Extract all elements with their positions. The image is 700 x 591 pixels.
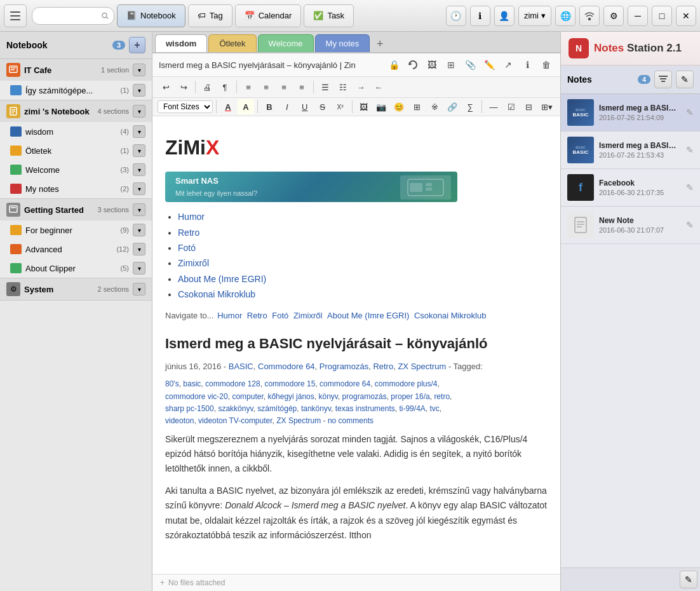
ol-button[interactable]: ☷ — [335, 79, 351, 95]
note-card-1[interactable]: BASIC BASIC Ismerd meg a BASIC ny... 201… — [561, 94, 700, 132]
link-button[interactable]: 🔗 — [444, 99, 461, 114]
tab-add-button[interactable]: + — [371, 36, 389, 52]
cat-retro[interactable]: Retro — [373, 362, 393, 371]
tag-programozas[interactable]: programozás — [342, 392, 387, 401]
nav-zimixrol[interactable]: Zimixről — [293, 311, 323, 320]
cat-programozas[interactable]: Programozás — [320, 362, 368, 371]
igy-expand[interactable]: ▾ — [133, 84, 145, 97]
delete-icon[interactable]: 🗑 — [539, 57, 554, 72]
otletek-expand[interactable]: ▾ — [133, 144, 145, 157]
share-icon[interactable]: ↗ — [501, 57, 516, 72]
nav-csokonai[interactable]: Csokonai Mikroklub — [414, 311, 486, 320]
tag-konyv[interactable]: könyv — [318, 392, 337, 401]
print-button[interactable]: 🖨 — [199, 79, 215, 95]
wifi-button[interactable] — [579, 6, 600, 26]
wisdom-expand[interactable]: ▾ — [133, 125, 145, 138]
tab-wisdom[interactable]: wisdom — [155, 34, 207, 52]
tag-vtv[interactable]: videoton TV-computer — [198, 416, 273, 425]
superscript-button[interactable]: X² — [332, 99, 349, 114]
section-item-igy[interactable]: Így számítógépe... (1) ▾ — [0, 81, 152, 100]
section-group-header-it-cafe[interactable]: IT Cafe 1 section ▾ — [0, 59, 152, 81]
italic-button[interactable]: I — [279, 99, 295, 114]
foto-link[interactable]: Fotó — [178, 243, 196, 253]
note-card-4[interactable]: New Note 2016-06-30 21:07:07 ✎ — [561, 207, 700, 244]
nav-retro[interactable]: Retro — [247, 311, 267, 320]
zimixrol-link[interactable]: Zimixről — [178, 258, 209, 268]
outdent-button[interactable]: ← — [370, 79, 387, 95]
special-button[interactable]: ※ — [426, 99, 443, 114]
section-item-about-clipper[interactable]: About Clipper (5) ▾ — [0, 259, 152, 278]
section-item-mynotes[interactable]: My notes (2) ▾ — [0, 179, 152, 198]
undo-button[interactable]: ↩ — [158, 79, 174, 95]
section-group-header-zimis[interactable]: zimi 's Notebook 4 sections ▾ — [0, 100, 152, 122]
csokonai-link[interactable]: Csokonai Mikroklub — [178, 289, 255, 299]
emoji-button[interactable]: 😊 — [391, 99, 407, 114]
lock-icon[interactable]: 🔒 — [386, 57, 401, 72]
grid-icon[interactable]: ⊞ — [443, 57, 459, 72]
image-icon[interactable]: 🖼 — [424, 57, 440, 72]
for-beginner-expand[interactable]: ▾ — [133, 224, 145, 236]
note-card-2[interactable]: BASIC BASIC Ismerd meg a BASIC nye... 20… — [561, 132, 700, 169]
tag-szamitogep[interactable]: számítógép — [257, 404, 297, 413]
align-justify-button[interactable]: ≡ — [293, 79, 310, 95]
tag-ti[interactable]: texas instruments — [335, 404, 395, 413]
tag-zxspectrum[interactable]: ZX Spectrum — [276, 416, 321, 425]
align-center-button[interactable]: ≡ — [258, 79, 274, 95]
tag-basic[interactable]: basic — [183, 379, 201, 388]
nav-humor[interactable]: Humor — [217, 311, 242, 320]
it-cafe-expand[interactable]: ▾ — [133, 64, 145, 76]
section-item-wisdom[interactable]: wisdom (4) ▾ — [0, 122, 152, 141]
align-left-button[interactable]: ≡ — [240, 79, 257, 95]
search-box[interactable] — [32, 7, 114, 25]
sidebar-toggle-button[interactable] — [4, 4, 27, 27]
hr-button[interactable]: — — [485, 99, 502, 114]
new-section-button[interactable]: + — [129, 37, 145, 53]
cat-basic[interactable]: BASIC — [229, 362, 253, 371]
user-button[interactable]: 👤 — [494, 6, 515, 26]
tag-tvc[interactable]: tvc — [429, 404, 439, 413]
tag-button[interactable]: 🏷 Tag — [188, 4, 232, 27]
humor-link[interactable]: Humor — [178, 212, 205, 222]
settings-button[interactable]: ⚙ — [603, 6, 624, 26]
user-dropdown[interactable]: zimi ▾ — [518, 6, 551, 26]
notes-panel-settings-icon[interactable]: ✎ — [680, 571, 697, 588]
advanced-expand[interactable]: ▾ — [133, 243, 145, 255]
tag-c64[interactable]: commodore 64 — [320, 379, 370, 388]
font-size-select[interactable]: Font Sizes 81012 141618 24 — [158, 100, 213, 113]
about-clipper-expand[interactable]: ▾ — [133, 262, 145, 275]
bold-button[interactable]: B — [261, 99, 278, 114]
note-card-edit-3[interactable]: ✎ — [686, 182, 694, 193]
formula-button[interactable]: ∑ — [462, 99, 478, 114]
section-item-otletek[interactable]: Ötletek (1) ▾ — [0, 141, 152, 160]
minimize-button[interactable]: ─ — [628, 6, 648, 26]
close-button[interactable]: ✕ — [676, 6, 696, 26]
align-right-button[interactable]: ≡ — [276, 79, 292, 95]
note-card-3[interactable]: f Facebook 2016-06-30 21:07:35 ✎ — [561, 169, 700, 207]
zimis-expand[interactable]: ▾ — [133, 105, 145, 118]
section-item-for-beginner[interactable]: For beginner (9) ▾ — [0, 221, 152, 240]
calendar-button[interactable]: 📅 Calendar — [235, 4, 302, 27]
image-insert-button[interactable]: 🖼 — [356, 99, 372, 114]
ul-button[interactable]: ☰ — [317, 79, 333, 95]
tag-retro[interactable]: retro — [434, 392, 450, 401]
note-card-edit-4[interactable]: ✎ — [686, 220, 694, 230]
getting-started-expand[interactable]: ▾ — [133, 203, 145, 216]
maximize-button[interactable]: □ — [652, 6, 672, 26]
tag-kj[interactable]: kőhegyi jános — [267, 392, 314, 401]
strikethrough-button[interactable]: S — [314, 99, 331, 114]
sync-icon[interactable] — [405, 57, 421, 72]
section-item-advanced[interactable]: Advanced (12) ▾ — [0, 240, 152, 259]
cat-zx[interactable]: ZX Spectrum — [398, 362, 446, 371]
info-icon[interactable]: ℹ — [520, 57, 535, 72]
tag-tankonyv[interactable]: tankönyv — [301, 404, 331, 413]
tag-80s[interactable]: 80's — [165, 379, 179, 388]
nav-foto[interactable]: Fotó — [272, 311, 288, 320]
task-button[interactable]: ✅ Task — [304, 4, 354, 27]
note-title-input[interactable] — [159, 60, 382, 70]
section-group-header-getting-started[interactable]: Getting Started 3 sections ▾ — [0, 199, 152, 221]
tag-c15[interactable]: commodore 15 — [264, 379, 315, 388]
indent-button[interactable]: → — [353, 79, 369, 95]
tag-ti99[interactable]: ti-99/4A — [399, 404, 425, 413]
image2-button[interactable]: 📷 — [374, 99, 390, 114]
globe-button[interactable]: 🌐 — [555, 6, 575, 26]
